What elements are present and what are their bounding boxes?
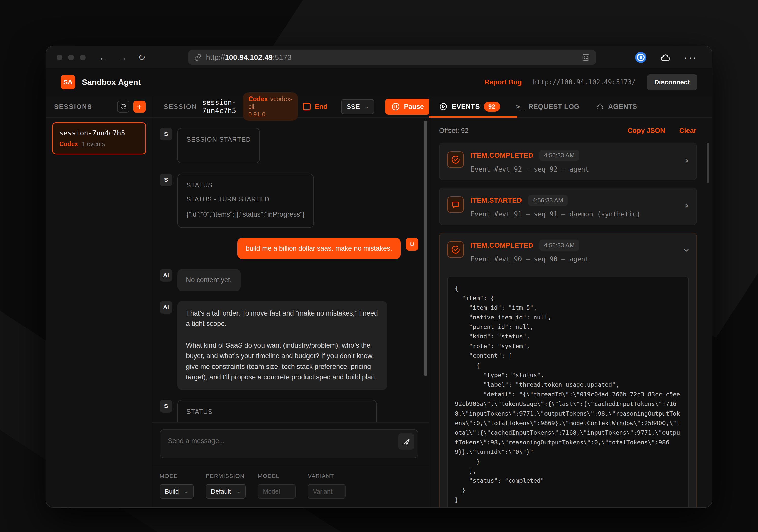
close-window-button[interactable] [56,54,62,60]
refresh-icon [120,103,127,110]
event-card-expanded[interactable]: ITEM.COMPLETED 4:56:33 AM Event #evt_90 … [439,233,697,507]
terminal-icon: >_ [516,103,524,110]
mode-label: MODE [160,473,193,480]
message-subtitle: STATUS - THREAD.TOKEN_USAGE.UPDATED [187,422,368,422]
event-card[interactable]: ITEM.STARTED 4:56:33 AM Event #evt_91 — … [439,188,697,225]
avatar: S [160,128,172,141]
address-bar[interactable]: http://100.94.102.49:5173 [189,50,596,65]
event-json-payload: { "item": { "item_id": "itm_5", "native_… [447,277,689,507]
tab-request-log[interactable]: >_ REQUEST LOG [516,103,579,111]
event-summary: Event #evt_92 — seq 92 — agent [470,165,678,173]
avatar: S [160,400,172,413]
ai-message: AI No content yet. [160,269,418,291]
window-controls [56,54,86,60]
back-icon[interactable]: ← [99,52,107,62]
system-message: S STATUS STATUS - TURN.STARTED {"id":"0"… [160,174,418,228]
forward-icon[interactable]: → [119,52,127,62]
link-icon [194,53,202,61]
chevron-down-icon[interactable]: › [682,248,692,252]
session-event-count: 1 events [82,141,105,148]
chat-scrollbar[interactable] [424,121,427,376]
message-input[interactable] [160,429,418,458]
event-type: ITEM.COMPLETED [470,242,534,249]
minimize-window-button[interactable] [68,54,74,60]
model-label: MODEL [258,473,295,480]
user-avatar: U [406,238,418,250]
disconnect-button[interactable]: Disconnect [647,74,697,90]
variant-label: VARIANT [308,473,346,480]
event-time: 4:56:33 AM [528,195,568,206]
ai-paragraph: What kind of SaaS do you want (industry/… [186,340,378,382]
send-icon [402,438,410,446]
refresh-sessions-button[interactable] [117,101,129,113]
message-list[interactable]: S SESSION STARTED S STATUS STATUS - TURN… [152,118,429,422]
ai-avatar: AI [160,269,172,282]
copy-json-button[interactable]: Copy JSON [628,127,665,135]
permission-select[interactable]: Default⌄ [206,484,246,499]
browser-window: ← → ↻ http://100.94.102.49:5173 ··· SA S… [46,46,712,508]
ai-paragraph: That’s a tall order. To move fast and “m… [186,308,378,329]
app-title: Sandbox Agent [82,78,141,87]
ai-avatar: AI [160,301,172,314]
chevron-down-icon: ⌄ [236,488,241,494]
app-logo: SA [61,75,75,89]
app-header: SA Sandbox Agent Report Bug http://100.9… [47,68,711,96]
session-list-item[interactable]: session-7un4c7h5 Codex 1 events [52,122,146,154]
sessions-title: SESSIONS [54,103,92,110]
clear-button[interactable]: Clear [679,127,696,135]
send-button[interactable] [398,433,414,449]
event-type: ITEM.COMPLETED [470,151,534,159]
user-message-text: build me a billion dollar saas. make no … [237,238,401,259]
session-label: SESSION [164,103,197,110]
events-scrollbar[interactable] [707,143,709,183]
active-tab-indicator [429,116,517,118]
event-type: ITEM.STARTED [470,197,522,204]
pause-button[interactable]: Pause [385,99,430,115]
user-message: build me a billion dollar saas. make no … [160,238,418,259]
cloud-icon[interactable] [660,53,671,62]
server-url: http://100.94.102.49:5173/ [533,78,636,86]
session-name: session-7un4c7h5 [59,129,139,137]
sessions-sidebar: SESSIONS + session-7un4c7h5 Codex 1 even… [47,96,152,507]
ai-message: AI That’s a tall order. To move fast and… [160,301,418,390]
report-bug-link[interactable]: Report Bug [485,78,522,86]
event-card[interactable]: ITEM.COMPLETED 4:56:33 AM Event #evt_92 … [439,143,697,180]
tab-agents[interactable]: AGENTS [596,103,637,111]
permission-label: PERMISSION [206,473,246,480]
message-title: SESSION STARTED [187,136,251,143]
check-circle-icon [447,151,464,168]
reader-sidebar-icon[interactable] [582,53,590,62]
message-title: STATUS [187,408,368,415]
password-manager-icon[interactable] [635,52,646,63]
maximize-window-button[interactable] [80,54,86,60]
new-session-button[interactable]: + [133,101,146,113]
event-summary: Event #evt_90 — seq 90 — agent [470,255,678,263]
reload-icon[interactable]: ↻ [138,52,146,62]
play-circle-icon [439,102,448,111]
system-message: S SESSION STARTED [160,128,418,163]
transport-select[interactable]: SSE⌄ [341,99,374,114]
session-agent-label: Codex [59,141,78,148]
chevron-down-icon: ⌄ [364,103,369,110]
variant-input[interactable] [308,484,346,499]
system-message: S STATUS STATUS - THREAD.TOKEN_USAGE.UPD… [160,400,418,422]
event-time: 4:56:33 AM [539,240,579,251]
end-label: End [315,103,327,111]
avatar: S [160,174,172,186]
chevron-right-icon[interactable]: › [685,200,689,211]
events-list[interactable]: ITEM.COMPLETED 4:56:33 AM Event #evt_92 … [429,141,711,507]
end-checkbox[interactable] [303,103,311,110]
browser-chrome: ← → ↻ http://100.94.102.49:5173 ··· [47,47,711,68]
chat-column: SESSION session-7un4c7h5 Codexvcodex-cli… [152,96,429,507]
ai-message-text: No content yet. [177,269,241,291]
events-panel: EVENTS 92 >_ REQUEST LOG AGENTS Offset: … [429,96,711,507]
model-input[interactable] [258,484,295,499]
mode-select[interactable]: Build⌄ [160,484,193,499]
chevron-right-icon[interactable]: › [685,155,689,165]
tab-events[interactable]: EVENTS 92 [439,102,500,112]
check-circle-icon [447,241,464,258]
message-title: STATUS [187,182,305,189]
agent-badge: Codexvcodex-cli 0.91.0 [243,92,298,121]
more-menu-icon[interactable]: ··· [684,52,697,63]
chat-bubble-icon [447,196,464,213]
